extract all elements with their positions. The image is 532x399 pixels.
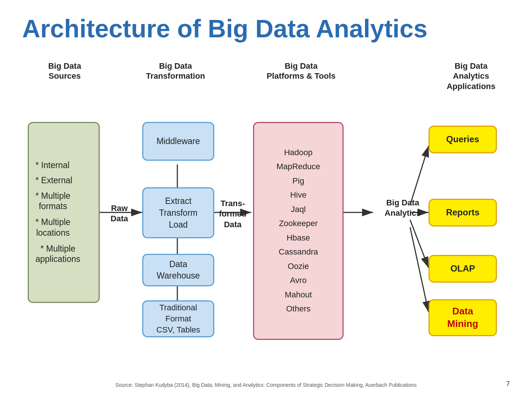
raw-data-label: RawData — [103, 203, 136, 224]
svg-line-10 — [410, 227, 429, 312]
page-number: 7 — [506, 380, 510, 388]
source-item-internal: * Internal — [35, 160, 69, 170]
reports-box: Reports — [429, 199, 497, 226]
data-mining-box: DataMining — [429, 299, 497, 336]
platforms-header: Big DataPlatforms & Tools — [257, 61, 345, 81]
big-data-analytics-label: Big DataAnalytics — [373, 198, 432, 219]
source-item-formats: * Multipleformats — [35, 191, 71, 212]
olap-box: OLAP — [429, 255, 497, 283]
etl-box: ExtractTransformLoad — [142, 187, 214, 238]
svg-line-7 — [410, 146, 429, 205]
data-warehouse-box: DataWarehouse — [142, 254, 214, 286]
queries-box: Queries — [429, 126, 497, 153]
slide: Architecture of Big Data Analytics — [0, 0, 532, 399]
transformed-data-label: Trans­formedData — [214, 198, 251, 230]
source-item-external: * External — [35, 175, 72, 185]
sources-header: Big DataSources — [30, 61, 100, 81]
diagram-area: Big DataSources Big Data Transformation … — [22, 61, 510, 338]
applications-header: Big DataAnalyticsApplications — [434, 61, 508, 92]
footnote: Source: Stephan Kudyba (2014), Big Data,… — [22, 382, 510, 388]
slide-title: Architecture of Big Data Analytics — [22, 15, 510, 42]
source-item-locations: * Multiplelocations — [35, 217, 71, 238]
svg-line-9 — [410, 220, 429, 268]
platforms-box: HadoopMapReducePigHiveJaqlZookeeperHbase… — [253, 122, 344, 340]
transformation-header: Big Data Transformation — [137, 61, 214, 81]
sources-box: * Internal * External * Multipleformats … — [28, 122, 100, 303]
source-item-applications: * Multipleapplications — [35, 243, 80, 265]
middleware-box: Middleware — [142, 122, 214, 161]
traditional-format-box: TraditionalFormatCSV, Tables — [142, 300, 214, 337]
